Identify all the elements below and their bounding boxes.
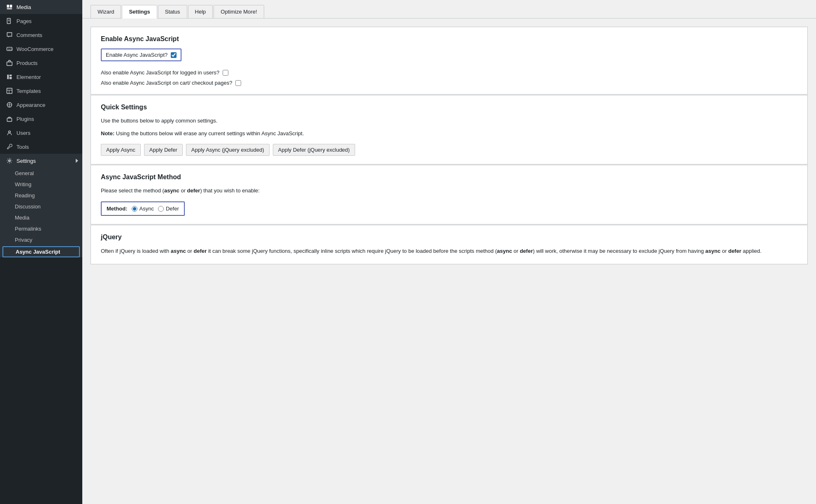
or-text: or xyxy=(179,187,187,194)
sidebar-item-media-label: Media xyxy=(16,4,31,10)
note-prefix: Note: xyxy=(101,130,114,136)
jquery-text-end: applied. xyxy=(741,248,761,254)
section-quick-settings: Quick Settings Use the buttons below to … xyxy=(91,95,808,164)
sidebar-item-plugins-label: Plugins xyxy=(16,116,34,122)
apply-async-button[interactable]: Apply Async xyxy=(101,144,141,156)
tools-icon xyxy=(6,143,13,150)
apply-defer-jquery-button[interactable]: Apply Defer (jQuery excluded) xyxy=(273,144,355,156)
sidebar-item-products[interactable]: Products xyxy=(0,56,82,70)
enable-async-js-highlighted-row: Enable Async JavaScript? xyxy=(101,49,181,61)
settings-icon xyxy=(6,157,13,164)
cart-checkbox[interactable] xyxy=(235,80,241,86)
sidebar-item-woocommerce-label: WooCommerce xyxy=(16,46,53,52)
description-prefix: Please select the method ( xyxy=(101,187,164,194)
note-text: Using the buttons below will erase any c… xyxy=(114,130,304,136)
svg-rect-12 xyxy=(7,88,12,94)
settings-submenu: General Writing Reading Discussion Media… xyxy=(0,168,82,257)
svg-rect-9 xyxy=(7,74,9,79)
sidebar-item-tools[interactable]: Tools xyxy=(0,140,82,154)
settings-arrow-icon xyxy=(76,159,78,163)
jquery-text-mid3: or xyxy=(512,248,520,254)
svg-rect-2 xyxy=(7,8,12,9)
jquery-title: jQuery xyxy=(101,234,797,241)
apply-defer-button[interactable]: Apply Defer xyxy=(144,144,183,156)
sidebar-item-products-label: Products xyxy=(16,60,37,66)
settings-content: Enable Async JavaScript Enable Async Jav… xyxy=(82,18,816,273)
section-jquery: jQuery Often if jQuery is loaded with as… xyxy=(91,225,808,264)
sidebar-item-appearance-label: Appearance xyxy=(16,102,45,108)
tab-status[interactable]: Status xyxy=(158,5,187,18)
svg-point-18 xyxy=(9,131,11,133)
defer-radio-option[interactable]: Defer xyxy=(158,206,179,212)
enable-async-js-title: Enable Async JavaScript xyxy=(101,35,797,43)
sidebar-item-plugins[interactable]: Plugins xyxy=(0,112,82,126)
jquery-text-mid1: or xyxy=(186,248,194,254)
defer-text: defer xyxy=(187,187,200,194)
submenu-writing[interactable]: Writing xyxy=(0,179,82,190)
async-js-method-title: Async JavaScript Method xyxy=(101,173,797,181)
plugins-icon xyxy=(6,115,13,123)
submenu-discussion[interactable]: Discussion xyxy=(0,201,82,212)
logged-in-checkbox[interactable] xyxy=(223,70,228,76)
svg-rect-8 xyxy=(7,62,12,66)
submenu-general[interactable]: General xyxy=(0,168,82,179)
jquery-defer-bold3: defer xyxy=(728,248,742,254)
comments-icon xyxy=(6,31,13,39)
sidebar-item-comments-label: Comments xyxy=(16,32,42,38)
tab-settings[interactable]: Settings xyxy=(122,5,157,18)
sidebar-item-settings-label: Settings xyxy=(16,158,36,164)
pages-icon xyxy=(6,17,13,25)
jquery-description: Often if jQuery is loaded with async or … xyxy=(101,247,797,256)
logged-in-row: Also enable Async JavaScript for logged … xyxy=(101,69,797,76)
sidebar-item-pages[interactable]: Pages xyxy=(0,14,82,28)
apply-async-jquery-button[interactable]: Apply Async (jQuery excluded) xyxy=(186,144,270,156)
templates-icon xyxy=(6,87,13,95)
async-text: async xyxy=(164,187,179,194)
appearance-icon xyxy=(6,101,13,109)
svg-rect-16 xyxy=(7,118,12,121)
submenu-permalinks[interactable]: Permalinks xyxy=(0,223,82,234)
sidebar-item-comments[interactable]: Comments xyxy=(0,28,82,42)
async-radio[interactable] xyxy=(132,206,137,212)
woo-icon: WOO xyxy=(6,45,13,53)
jquery-defer-bold2: defer xyxy=(520,248,533,254)
cart-label: Also enable Async JavaScript on cart/ ch… xyxy=(101,80,232,86)
jquery-async-bold: async xyxy=(171,248,186,254)
jquery-text-mid4: ) will work, otherwise it may be necessa… xyxy=(533,248,705,254)
sidebar-item-woocommerce[interactable]: WOO WooCommerce xyxy=(0,42,82,56)
quick-settings-note: Note: Using the buttons below will erase… xyxy=(101,129,797,138)
svg-rect-10 xyxy=(9,74,12,76)
tabs-bar: Wizard Settings Status Help Optimize Mor… xyxy=(82,0,816,18)
sidebar-item-users[interactable]: Users xyxy=(0,126,82,140)
sidebar-item-media[interactable]: Media xyxy=(0,0,82,14)
submenu-async-javascript[interactable]: Async JavaScript xyxy=(2,246,80,257)
jquery-text-mid2: it can break some jQuery functions, spec… xyxy=(207,248,497,254)
users-icon xyxy=(6,129,13,136)
sidebar-item-appearance[interactable]: Appearance xyxy=(0,98,82,112)
defer-radio[interactable] xyxy=(158,206,164,212)
tab-help[interactable]: Help xyxy=(188,5,213,18)
tab-optimize-more[interactable]: Optimize More! xyxy=(214,5,264,18)
sidebar: Media Pages Comments WOO WooCommerce Pro… xyxy=(0,0,82,504)
sidebar-item-settings[interactable]: Settings xyxy=(0,154,82,168)
jquery-defer-bold: defer xyxy=(193,248,207,254)
enable-async-js-checkbox[interactable] xyxy=(171,52,177,58)
sidebar-item-elementor[interactable]: Elementor xyxy=(0,70,82,84)
defer-option-label: Defer xyxy=(166,206,179,212)
method-selection-row: Method: Async Defer xyxy=(101,201,185,216)
tab-wizard[interactable]: Wizard xyxy=(91,5,121,18)
cart-row: Also enable Async JavaScript on cart/ ch… xyxy=(101,80,797,86)
async-radio-option[interactable]: Async xyxy=(132,206,154,212)
submenu-media[interactable]: Media xyxy=(0,212,82,223)
sidebar-item-pages-label: Pages xyxy=(16,18,32,24)
svg-point-19 xyxy=(9,160,10,162)
async-option-label: Async xyxy=(139,206,154,212)
submenu-privacy[interactable]: Privacy xyxy=(0,234,82,245)
sidebar-item-elementor-label: Elementor xyxy=(16,74,41,80)
method-label: Method: xyxy=(107,206,128,212)
svg-rect-1 xyxy=(10,5,12,7)
description-suffix: ) that you wish to enable: xyxy=(200,187,260,194)
logged-in-label: Also enable Async JavaScript for logged … xyxy=(101,69,219,76)
sidebar-item-templates[interactable]: Templates xyxy=(0,84,82,98)
submenu-reading[interactable]: Reading xyxy=(0,190,82,201)
